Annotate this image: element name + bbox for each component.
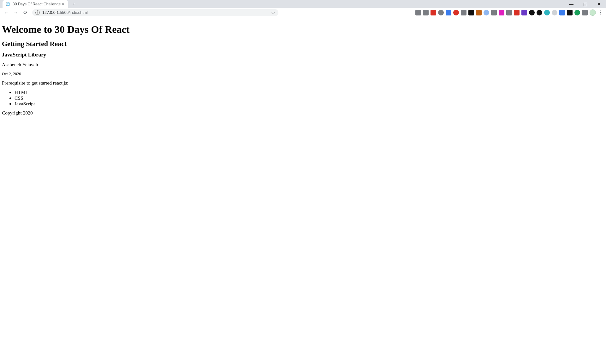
extension-icon[interactable] bbox=[506, 10, 512, 15]
extension-icon[interactable] bbox=[453, 10, 459, 15]
extension-icon[interactable] bbox=[415, 10, 421, 15]
page-heading-h2: Getting Started React bbox=[2, 40, 604, 48]
site-info-icon[interactable]: i bbox=[35, 10, 40, 15]
url-text: 127.0.0.1:5500/index.html bbox=[42, 10, 88, 15]
extension-icon[interactable] bbox=[537, 10, 542, 15]
extension-icon[interactable] bbox=[559, 10, 565, 15]
extension-icon[interactable] bbox=[544, 10, 550, 15]
extension-icon[interactable] bbox=[521, 10, 527, 15]
browser-tab[interactable]: 🌐 30 Days Of React Challenge ✕ bbox=[3, 0, 68, 8]
profile-avatar[interactable] bbox=[590, 9, 596, 16]
extension-icon[interactable] bbox=[529, 10, 535, 15]
page-heading-h1: Welcome to 30 Days Of React bbox=[2, 24, 604, 35]
author-text: Asabeneh Yetayeh bbox=[2, 62, 604, 68]
extension-icon[interactable] bbox=[574, 10, 580, 15]
browser-toolbar: ← → ⟳ i 127.0.0.1:5500/index.html ☆ bbox=[0, 8, 606, 17]
extension-icon[interactable] bbox=[567, 10, 573, 15]
page-content: Welcome to 30 Days Of React Getting Star… bbox=[0, 17, 606, 121]
extension-icon[interactable] bbox=[499, 10, 504, 15]
extension-icon[interactable] bbox=[514, 10, 520, 15]
url-host: 127.0.0.1 bbox=[42, 10, 59, 15]
list-item: JavaScript bbox=[15, 101, 604, 107]
page-heading-h3: JavaScript Library bbox=[2, 52, 604, 58]
back-button[interactable]: ← bbox=[3, 9, 10, 16]
close-window-button[interactable]: ✕ bbox=[592, 0, 606, 8]
extension-icon[interactable] bbox=[468, 10, 474, 15]
extension-icon[interactable] bbox=[431, 10, 436, 15]
globe-icon: 🌐 bbox=[6, 2, 10, 6]
address-bar[interactable]: i 127.0.0.1:5500/index.html ☆ bbox=[32, 9, 278, 16]
tab-title: 30 Days Of React Challenge bbox=[13, 2, 61, 6]
forward-button[interactable]: → bbox=[12, 9, 20, 16]
browser-titlebar: 🌐 30 Days Of React Challenge ✕ + — ▢ ✕ bbox=[0, 0, 606, 8]
new-tab-button[interactable]: + bbox=[70, 0, 78, 8]
date-text: Oct 2, 2020 bbox=[2, 71, 604, 76]
extension-icon[interactable] bbox=[461, 10, 466, 15]
prereq-intro: Prerequisite to get started react.js: bbox=[2, 80, 604, 86]
extensions-puzzle-icon[interactable] bbox=[582, 10, 588, 15]
extension-icon[interactable] bbox=[476, 10, 482, 15]
extension-icon[interactable] bbox=[552, 10, 557, 15]
extension-icon[interactable] bbox=[446, 10, 451, 15]
window-controls: — ▢ ✕ bbox=[564, 0, 606, 8]
extension-icon[interactable] bbox=[484, 10, 489, 15]
extension-icon[interactable] bbox=[491, 10, 497, 15]
chrome-menu-button[interactable] bbox=[598, 10, 603, 15]
prereq-list: HTML CSS JavaScript bbox=[2, 90, 604, 106]
minimize-button[interactable]: — bbox=[564, 0, 578, 8]
close-tab-icon[interactable]: ✕ bbox=[61, 2, 65, 6]
page-footer: Copyright 2020 bbox=[2, 110, 604, 116]
reload-button[interactable]: ⟳ bbox=[21, 9, 29, 16]
bookmark-star-icon[interactable]: ☆ bbox=[271, 10, 275, 15]
extensions-row bbox=[415, 9, 603, 16]
extension-icon[interactable] bbox=[438, 10, 444, 15]
list-item: CSS bbox=[15, 95, 604, 101]
list-item: HTML bbox=[15, 90, 604, 95]
extension-icon[interactable] bbox=[423, 10, 429, 15]
maximize-button[interactable]: ▢ bbox=[578, 0, 592, 8]
url-rest: :5500/index.html bbox=[59, 10, 88, 15]
footer-text: Copyright 2020 bbox=[2, 110, 604, 116]
